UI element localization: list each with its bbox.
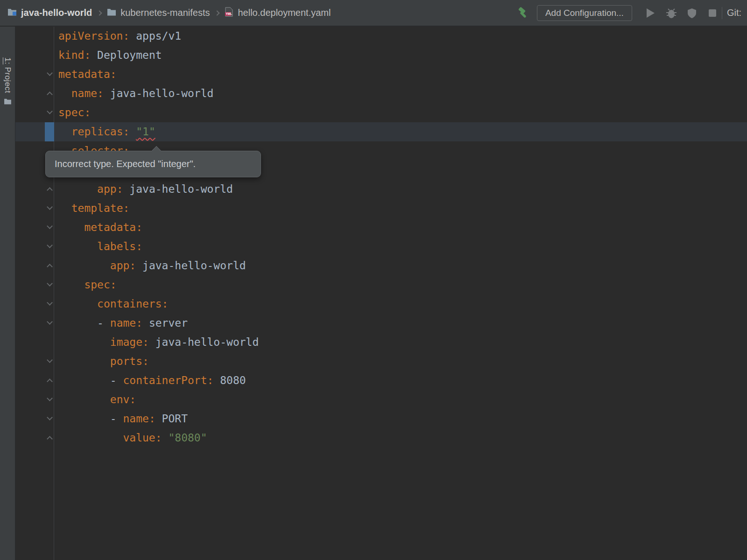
yaml-key[interactable]: replicas (71, 126, 123, 138)
code-line[interactable]: labels: (15, 237, 747, 256)
fold-expand-icon[interactable] (47, 187, 53, 193)
fold-collapse-icon[interactable] (47, 108, 53, 114)
git-branch-widget[interactable]: Git: (727, 7, 741, 18)
fold-collapse-icon[interactable] (47, 414, 53, 420)
code-text[interactable]: app: java-hello-world (54, 256, 246, 275)
fold-collapse-icon[interactable] (47, 357, 53, 363)
code-area[interactable]: apiVersion: apps/v1kind: Deploymentmetad… (15, 27, 747, 448)
code-line[interactable]: - name: server (15, 314, 747, 333)
yaml-key[interactable]: app (97, 183, 117, 195)
yaml-key[interactable]: app (110, 259, 130, 272)
yaml-key[interactable]: kind (58, 49, 84, 61)
code-text[interactable]: - name: PORT (54, 409, 188, 428)
breadcrumb-project[interactable]: java-hello-world (7, 7, 92, 18)
fold-expand-icon[interactable] (47, 91, 53, 98)
stop-icon[interactable] (706, 7, 719, 20)
code-line[interactable]: template: (15, 199, 747, 218)
yaml-value[interactable]: java-hello-world (155, 336, 259, 348)
code-text[interactable]: env: (54, 390, 136, 409)
code-line[interactable]: apiVersion: apps/v1 (15, 27, 747, 46)
yaml-key[interactable]: spec (84, 279, 110, 291)
yaml-value[interactable]: java-hello-world (129, 183, 233, 195)
code-line[interactable]: replicas: "1" (15, 122, 747, 141)
fold-collapse-icon[interactable] (47, 204, 53, 210)
yaml-key[interactable]: name (71, 87, 97, 99)
fold-collapse-icon[interactable] (47, 395, 53, 401)
code-text[interactable]: image: java-hello-world (54, 333, 259, 352)
fold-collapse-icon[interactable] (47, 223, 53, 229)
code-text[interactable]: - containerPort: 8080 (54, 371, 246, 390)
code-line[interactable]: app: java-hello-world (15, 256, 747, 275)
debug-bug-icon[interactable] (665, 7, 678, 20)
code-text[interactable]: spec: (54, 275, 117, 294)
yaml-key[interactable]: apiVersion (58, 30, 123, 42)
yaml-key[interactable]: spec (58, 106, 84, 119)
breadcrumb-file[interactable]: YML hello.deployment.yaml (225, 7, 331, 19)
yaml-value[interactable]: apps/v1 (136, 30, 181, 42)
yaml-value[interactable]: 8080 (220, 374, 246, 386)
fold-collapse-icon[interactable] (47, 280, 53, 287)
run-icon[interactable] (644, 7, 657, 20)
yaml-value[interactable]: java-hello-world (110, 87, 214, 99)
code-text[interactable]: template: (54, 199, 129, 218)
code-line[interactable]: - name: PORT (15, 409, 747, 428)
code-text[interactable]: metadata: (54, 65, 117, 84)
yaml-key[interactable]: labels (97, 240, 136, 252)
add-configuration-button[interactable]: Add Configuration... (537, 5, 632, 21)
project-tool-window-button[interactable]: 1: Project (0, 57, 15, 106)
code-line[interactable]: metadata: (15, 65, 747, 84)
yaml-key[interactable]: metadata (58, 68, 110, 80)
fold-collapse-icon[interactable] (47, 70, 53, 76)
code-line[interactable]: containers: (15, 294, 747, 314)
fold-expand-icon[interactable] (47, 378, 53, 385)
fold-collapse-icon[interactable] (47, 300, 53, 306)
yaml-key[interactable]: containers (97, 298, 162, 310)
code-text[interactable]: replicas: "1" (54, 122, 155, 141)
code-line[interactable]: image: java-hello-world (15, 333, 747, 352)
build-hammer-icon[interactable] (516, 7, 529, 20)
yaml-key[interactable]: env (110, 393, 130, 406)
code-text[interactable]: containers: (54, 294, 168, 314)
editor-pane[interactable]: apiVersion: apps/v1kind: Deploymentmetad… (15, 27, 747, 560)
code-line[interactable]: ports: (15, 352, 747, 371)
code-text[interactable]: app: java-hello-world (54, 180, 233, 199)
code-line[interactable]: metadata: (15, 218, 747, 237)
code-text[interactable]: metadata: (54, 218, 142, 237)
yaml-value[interactable]: java-hello-world (142, 259, 246, 272)
code-line[interactable]: app: java-hello-world (15, 180, 747, 199)
yaml-key[interactable]: value (123, 432, 155, 444)
code-text[interactable]: spec: (54, 103, 91, 122)
fold-expand-icon[interactable] (47, 436, 53, 442)
code-text[interactable]: - name: server (54, 314, 188, 333)
code-text[interactable]: apiVersion: apps/v1 (54, 27, 181, 46)
yaml-value[interactable]: Deployment (97, 49, 162, 61)
yaml-value[interactable]: PORT (162, 413, 188, 425)
fold-collapse-icon[interactable] (47, 319, 53, 325)
yaml-key[interactable]: ports (110, 355, 142, 367)
yaml-key[interactable]: containerPort (123, 374, 207, 386)
yaml-key[interactable]: image (110, 336, 142, 348)
code-text[interactable]: value: "8080" (54, 428, 207, 448)
yaml-key[interactable]: template (71, 202, 123, 214)
yaml-key[interactable]: name (123, 413, 148, 425)
fold-collapse-icon[interactable] (47, 242, 53, 248)
code-text[interactable]: labels: (54, 237, 142, 256)
fold-expand-icon[interactable] (47, 264, 53, 270)
code-line[interactable]: - containerPort: 8080 (15, 371, 747, 390)
code-line[interactable]: name: java-hello-world (15, 84, 747, 103)
code-line[interactable]: spec: (15, 103, 747, 122)
yaml-key[interactable]: name (110, 317, 136, 329)
code-line[interactable]: spec: (15, 275, 747, 294)
yaml-key[interactable]: metadata (84, 221, 136, 233)
code-line[interactable]: kind: Deployment (15, 46, 747, 65)
yaml-value[interactable]: server (149, 317, 188, 329)
code-text[interactable]: name: java-hello-world (54, 84, 213, 103)
yaml-value[interactable]: "8080" (168, 432, 207, 444)
code-text[interactable]: kind: Deployment (54, 46, 162, 65)
yaml-value[interactable]: "1" (136, 126, 155, 138)
code-text[interactable]: ports: (54, 352, 149, 371)
code-line[interactable]: value: "8080" (15, 428, 747, 448)
code-line[interactable]: env: (15, 390, 747, 409)
breadcrumb-folder[interactable]: kubernetes-manifests (107, 7, 210, 18)
coverage-shield-icon[interactable] (685, 7, 698, 20)
